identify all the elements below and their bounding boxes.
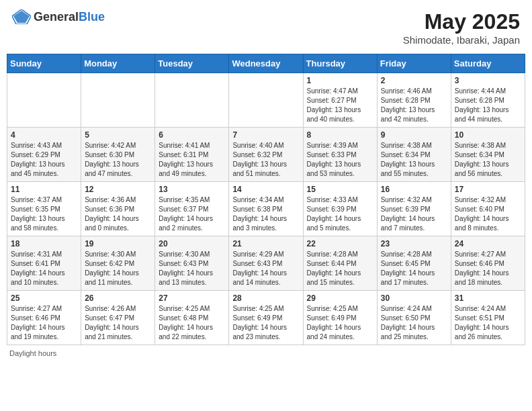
col-header-friday: Friday (377, 54, 451, 73)
day-info: Sunrise: 4:42 AM Sunset: 6:30 PM Dayligh… (85, 141, 151, 179)
calendar-cell (229, 73, 303, 128)
calendar-cell: 16Sunrise: 4:32 AM Sunset: 6:39 PM Dayli… (377, 182, 451, 236)
calendar-cell: 9Sunrise: 4:38 AM Sunset: 6:34 PM Daylig… (377, 128, 451, 182)
day-number: 18 (11, 239, 77, 248)
calendar-table: SundayMondayTuesdayWednesdayThursdayFrid… (7, 54, 525, 345)
day-info: Sunrise: 4:26 AM Sunset: 6:47 PM Dayligh… (85, 304, 151, 342)
col-header-saturday: Saturday (451, 54, 525, 73)
calendar-header-row: SundayMondayTuesdayWednesdayThursdayFrid… (7, 54, 525, 73)
calendar-cell: 3Sunrise: 4:44 AM Sunset: 6:28 PM Daylig… (451, 73, 525, 128)
day-number: 28 (232, 293, 299, 303)
day-number: 31 (455, 293, 521, 303)
day-number: 4 (11, 130, 77, 140)
day-number: 19 (85, 239, 151, 248)
logo-icon (12, 9, 31, 24)
col-header-tuesday: Tuesday (155, 54, 229, 73)
day-info: Sunrise: 4:29 AM Sunset: 6:43 PM Dayligh… (232, 250, 299, 287)
day-info: Sunrise: 4:38 AM Sunset: 6:34 PM Dayligh… (455, 141, 521, 179)
col-header-monday: Monday (81, 54, 155, 73)
day-number: 13 (159, 185, 225, 194)
day-number: 15 (307, 185, 373, 194)
calendar-cell: 19Sunrise: 4:30 AM Sunset: 6:42 PM Dayli… (81, 236, 155, 291)
calendar-cell: 13Sunrise: 4:35 AM Sunset: 6:37 PM Dayli… (155, 182, 229, 236)
calendar-cell: 25Sunrise: 4:27 AM Sunset: 6:46 PM Dayli… (7, 291, 81, 345)
day-number: 30 (381, 293, 447, 303)
logo-text-block: GeneralBlue (34, 10, 105, 24)
calendar-cell: 31Sunrise: 4:24 AM Sunset: 6:51 PM Dayli… (451, 291, 525, 345)
calendar-cell: 29Sunrise: 4:25 AM Sunset: 6:49 PM Dayli… (303, 291, 377, 345)
day-number: 26 (85, 293, 151, 303)
day-info: Sunrise: 4:37 AM Sunset: 6:35 PM Dayligh… (11, 195, 77, 233)
day-number: 1 (307, 76, 373, 85)
logo-blue: Blue (79, 10, 105, 24)
day-info: Sunrise: 4:25 AM Sunset: 6:48 PM Dayligh… (159, 304, 225, 342)
day-number: 22 (307, 239, 373, 248)
day-info: Sunrise: 4:30 AM Sunset: 6:43 PM Dayligh… (159, 250, 225, 287)
calendar-cell: 10Sunrise: 4:38 AM Sunset: 6:34 PM Dayli… (451, 128, 525, 182)
day-number: 11 (11, 185, 77, 194)
logo: GeneralBlue (12, 9, 105, 24)
day-info: Sunrise: 4:32 AM Sunset: 6:39 PM Dayligh… (381, 195, 447, 233)
calendar-cell: 24Sunrise: 4:27 AM Sunset: 6:46 PM Dayli… (451, 236, 525, 291)
day-number: 17 (455, 185, 521, 194)
day-number: 5 (85, 130, 151, 140)
day-info: Sunrise: 4:25 AM Sunset: 6:49 PM Dayligh… (307, 304, 373, 342)
day-number: 14 (232, 185, 299, 194)
title-block: May 2025 Shimodate, Ibaraki, Japan (403, 9, 520, 46)
day-info: Sunrise: 4:33 AM Sunset: 6:39 PM Dayligh… (307, 195, 373, 233)
calendar-cell (7, 73, 81, 128)
day-info: Sunrise: 4:41 AM Sunset: 6:31 PM Dayligh… (159, 141, 225, 179)
calendar-cell: 27Sunrise: 4:25 AM Sunset: 6:48 PM Dayli… (155, 291, 229, 345)
calendar-week-2: 4Sunrise: 4:43 AM Sunset: 6:29 PM Daylig… (7, 128, 525, 182)
calendar-week-3: 11Sunrise: 4:37 AM Sunset: 6:35 PM Dayli… (7, 182, 525, 236)
day-number: 9 (381, 130, 447, 140)
day-info: Sunrise: 4:28 AM Sunset: 6:44 PM Dayligh… (307, 250, 373, 287)
day-info: Sunrise: 4:28 AM Sunset: 6:45 PM Dayligh… (381, 250, 447, 287)
calendar-cell: 5Sunrise: 4:42 AM Sunset: 6:30 PM Daylig… (81, 128, 155, 182)
calendar-cell: 17Sunrise: 4:32 AM Sunset: 6:40 PM Dayli… (451, 182, 525, 236)
day-info: Sunrise: 4:32 AM Sunset: 6:40 PM Dayligh… (455, 195, 521, 233)
day-info: Sunrise: 4:40 AM Sunset: 6:32 PM Dayligh… (232, 141, 299, 179)
day-info: Sunrise: 4:24 AM Sunset: 6:50 PM Dayligh… (381, 304, 447, 342)
calendar-cell: 12Sunrise: 4:36 AM Sunset: 6:36 PM Dayli… (81, 182, 155, 236)
day-info: Sunrise: 4:43 AM Sunset: 6:29 PM Dayligh… (11, 141, 77, 179)
day-number: 8 (307, 130, 373, 140)
calendar-cell: 11Sunrise: 4:37 AM Sunset: 6:35 PM Dayli… (7, 182, 81, 236)
calendar-cell (155, 73, 229, 128)
calendar-cell: 6Sunrise: 4:41 AM Sunset: 6:31 PM Daylig… (155, 128, 229, 182)
day-info: Sunrise: 4:34 AM Sunset: 6:38 PM Dayligh… (232, 195, 299, 233)
day-info: Sunrise: 4:36 AM Sunset: 6:36 PM Dayligh… (85, 195, 151, 233)
calendar-cell: 18Sunrise: 4:31 AM Sunset: 6:41 PM Dayli… (7, 236, 81, 291)
daylight-label: Daylight hours (9, 349, 56, 357)
calendar-cell (81, 73, 155, 128)
col-header-wednesday: Wednesday (229, 54, 303, 73)
calendar-cell: 20Sunrise: 4:30 AM Sunset: 6:43 PM Dayli… (155, 236, 229, 291)
calendar-cell: 4Sunrise: 4:43 AM Sunset: 6:29 PM Daylig… (7, 128, 81, 182)
day-info: Sunrise: 4:47 AM Sunset: 6:27 PM Dayligh… (307, 87, 373, 124)
day-number: 21 (232, 239, 299, 248)
logo-general: General (34, 10, 79, 24)
calendar-cell: 23Sunrise: 4:28 AM Sunset: 6:45 PM Dayli… (377, 236, 451, 291)
day-number: 29 (307, 293, 373, 303)
day-number: 10 (455, 130, 521, 140)
day-info: Sunrise: 4:25 AM Sunset: 6:49 PM Dayligh… (232, 304, 299, 342)
calendar-cell: 2Sunrise: 4:46 AM Sunset: 6:28 PM Daylig… (377, 73, 451, 128)
day-info: Sunrise: 4:39 AM Sunset: 6:33 PM Dayligh… (307, 141, 373, 179)
day-info: Sunrise: 4:27 AM Sunset: 6:46 PM Dayligh… (11, 304, 77, 342)
page-header: GeneralBlue May 2025 Shimodate, Ibaraki,… (7, 7, 525, 48)
day-number: 20 (159, 239, 225, 248)
col-header-sunday: Sunday (7, 54, 81, 73)
main-title: May 2025 (403, 9, 520, 34)
calendar-week-1: 1Sunrise: 4:47 AM Sunset: 6:27 PM Daylig… (7, 73, 525, 128)
calendar-cell: 30Sunrise: 4:24 AM Sunset: 6:50 PM Dayli… (377, 291, 451, 345)
calendar-cell: 26Sunrise: 4:26 AM Sunset: 6:47 PM Dayli… (81, 291, 155, 345)
day-info: Sunrise: 4:35 AM Sunset: 6:37 PM Dayligh… (159, 195, 225, 233)
calendar-cell: 14Sunrise: 4:34 AM Sunset: 6:38 PM Dayli… (229, 182, 303, 236)
calendar-cell: 1Sunrise: 4:47 AM Sunset: 6:27 PM Daylig… (303, 73, 377, 128)
day-info: Sunrise: 4:38 AM Sunset: 6:34 PM Dayligh… (381, 141, 447, 179)
day-info: Sunrise: 4:30 AM Sunset: 6:42 PM Dayligh… (85, 250, 151, 287)
day-number: 24 (455, 239, 521, 248)
day-number: 12 (85, 185, 151, 194)
day-info: Sunrise: 4:31 AM Sunset: 6:41 PM Dayligh… (11, 250, 77, 287)
day-number: 6 (159, 130, 225, 140)
